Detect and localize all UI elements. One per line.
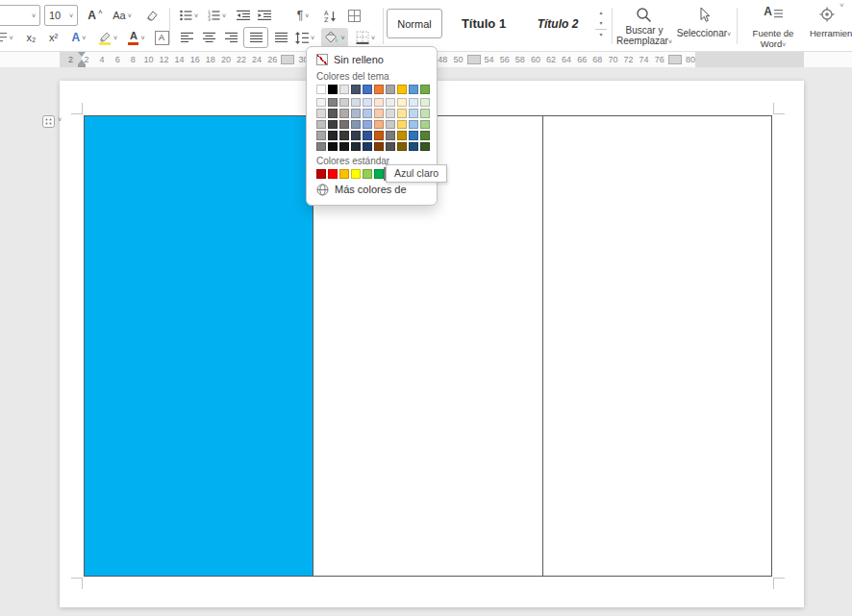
show-grid-button[interactable]: [343, 5, 364, 26]
ribbon-collapse-icon[interactable]: ˅: [839, 1, 844, 10]
find-replace-button[interactable]: Buscar y Reemplazar˅: [616, 4, 672, 48]
color-swatch[interactable]: [386, 142, 395, 152]
numbered-list-button[interactable]: 123 ˅: [204, 5, 230, 26]
color-swatch[interactable]: [363, 85, 372, 94]
color-swatch[interactable]: [316, 109, 326, 118]
tools-button[interactable]: Herramienta: [810, 4, 852, 48]
color-swatch[interactable]: [316, 169, 326, 179]
subscript-button[interactable]: x₂: [21, 28, 41, 47]
color-swatch[interactable]: [363, 142, 372, 152]
grow-font-button[interactable]: A˄: [85, 5, 106, 26]
color-swatch[interactable]: [374, 169, 384, 179]
select-button[interactable]: Seleccionar˅: [676, 4, 732, 48]
font-color-button[interactable]: A ˅: [123, 28, 150, 47]
color-swatch[interactable]: [420, 142, 430, 152]
left-indent-marker[interactable]: [78, 64, 86, 67]
gallery-scroll-up-icon[interactable]: ▴: [595, 8, 607, 18]
clear-formatting-button[interactable]: [140, 5, 162, 26]
table-column-marker[interactable]: [281, 55, 294, 64]
color-swatch[interactable]: [374, 109, 384, 118]
gallery-scroll-down-icon[interactable]: ▾: [595, 18, 607, 29]
align-right-button[interactable]: [221, 28, 241, 47]
color-swatch[interactable]: [420, 85, 430, 94]
color-swatch[interactable]: [328, 120, 338, 130]
color-swatch[interactable]: [328, 98, 338, 108]
table-column-marker[interactable]: [467, 55, 481, 64]
color-swatch[interactable]: [386, 131, 395, 140]
more-colors-option[interactable]: Más colores de: [307, 181, 437, 199]
color-swatch[interactable]: [420, 98, 430, 108]
color-swatch[interactable]: [409, 131, 418, 140]
color-swatch[interactable]: [397, 120, 407, 130]
color-swatch[interactable]: [316, 120, 326, 130]
color-swatch[interactable]: [420, 109, 430, 118]
style-titulo-2[interactable]: Título 2: [527, 9, 589, 38]
font-name-select[interactable]: rpo) ˅: [0, 5, 40, 26]
color-swatch[interactable]: [397, 98, 407, 108]
styles-gallery-scroll[interactable]: ▴ ▾ ▾: [595, 8, 607, 39]
align-justify-button[interactable]: [243, 27, 268, 48]
character-border-button[interactable]: A: [152, 28, 171, 47]
style-titulo-1[interactable]: Título 1: [452, 9, 515, 38]
align-left-button[interactable]: [177, 28, 197, 47]
highlight-button[interactable]: ˅: [94, 28, 121, 47]
color-swatch[interactable]: [363, 169, 372, 179]
word-source-button[interactable]: A Fuente de Word˅: [740, 4, 806, 48]
paragraph-marks-button[interactable]: ¶ ˅: [290, 5, 315, 26]
distribute-button[interactable]: [271, 28, 290, 47]
color-swatch[interactable]: [409, 109, 418, 118]
clipped-ribbon-button[interactable]: ˅: [0, 28, 15, 47]
color-swatch[interactable]: [374, 98, 384, 108]
color-swatch[interactable]: [363, 131, 372, 140]
color-swatch[interactable]: [374, 142, 384, 152]
shading-button[interactable]: ˅: [321, 28, 348, 47]
color-swatch[interactable]: [339, 131, 349, 140]
color-swatch[interactable]: [386, 120, 395, 130]
table-handle-icon[interactable]: [42, 114, 55, 132]
color-swatch[interactable]: [409, 98, 418, 108]
color-swatch[interactable]: [363, 98, 372, 108]
color-swatch[interactable]: [420, 131, 430, 140]
chevron-down-icon[interactable]: ˅: [58, 116, 62, 123]
color-swatch[interactable]: [351, 109, 361, 118]
color-swatch[interactable]: [409, 142, 418, 152]
no-fill-option[interactable]: Sin relleno: [307, 51, 437, 68]
bullet-list-button[interactable]: ˅: [176, 5, 202, 26]
color-swatch[interactable]: [420, 120, 430, 130]
change-case-button[interactable]: Aa ˅: [108, 5, 137, 26]
color-swatch[interactable]: [374, 85, 384, 94]
color-swatch[interactable]: [328, 169, 338, 179]
decrease-indent-button[interactable]: [233, 5, 253, 26]
color-swatch[interactable]: [374, 131, 384, 140]
style-normal[interactable]: Normal: [387, 9, 442, 38]
color-swatch[interactable]: [328, 85, 338, 94]
color-swatch[interactable]: [397, 109, 407, 118]
color-swatch[interactable]: [351, 98, 361, 108]
color-swatch[interactable]: [339, 142, 349, 152]
color-swatch[interactable]: [363, 109, 372, 118]
text-effects-button[interactable]: A ˅: [65, 28, 92, 47]
color-swatch[interactable]: [339, 85, 349, 94]
table-cell[interactable]: [542, 116, 771, 576]
line-spacing-button[interactable]: ˅: [292, 28, 317, 47]
align-center-button[interactable]: [199, 28, 219, 47]
color-swatch[interactable]: [374, 120, 384, 130]
color-swatch[interactable]: [397, 85, 407, 94]
color-swatch[interactable]: [351, 142, 361, 152]
color-swatch[interactable]: [386, 109, 395, 118]
color-swatch[interactable]: [328, 142, 338, 152]
color-swatch[interactable]: [409, 120, 418, 130]
table-cell-filled[interactable]: [85, 116, 313, 576]
color-swatch[interactable]: [409, 85, 418, 94]
color-swatch[interactable]: [386, 85, 395, 94]
increase-indent-button[interactable]: [254, 5, 274, 26]
color-swatch[interactable]: [351, 85, 361, 94]
color-swatch[interactable]: [397, 142, 407, 152]
color-swatch[interactable]: [363, 120, 372, 130]
color-swatch[interactable]: [316, 142, 326, 152]
color-swatch[interactable]: [351, 169, 361, 179]
color-swatch[interactable]: [316, 98, 326, 108]
color-swatch[interactable]: [316, 131, 326, 140]
color-swatch[interactable]: [328, 131, 338, 140]
superscript-button[interactable]: x²: [43, 28, 63, 47]
